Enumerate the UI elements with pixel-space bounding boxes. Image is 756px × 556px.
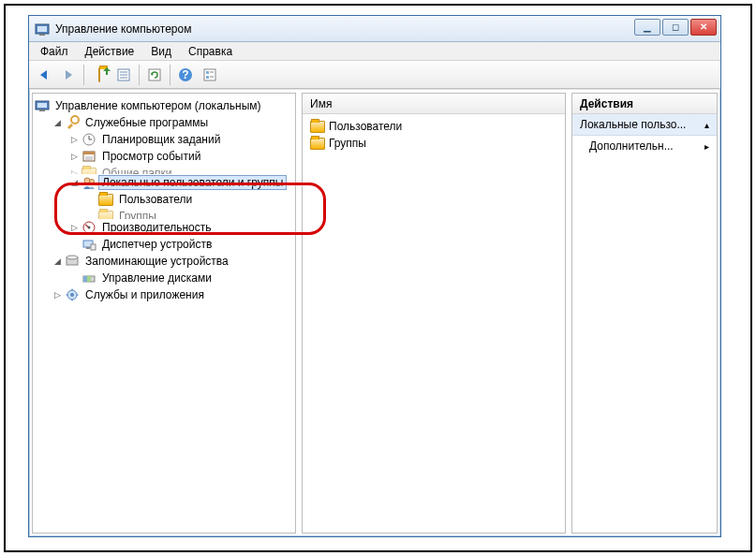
menubar: Файл Действие Вид Справка [29, 42, 720, 61]
close-icon: ✕ [700, 22, 707, 32]
tree-event-viewer[interactable]: ▷ Просмотр событий [35, 148, 293, 165]
svg-point-26 [84, 178, 90, 183]
event-viewer-icon [82, 149, 96, 164]
arrow-right-icon [61, 67, 76, 82]
tree-disk-management[interactable]: Управление дисками [35, 270, 293, 286]
toolbar-back-button[interactable] [33, 64, 55, 86]
expand-icon[interactable]: ▷ [68, 151, 80, 162]
svg-text:?: ? [182, 68, 188, 81]
expand-icon[interactable]: ▷ [52, 289, 63, 300]
menu-view[interactable]: Вид [143, 43, 179, 60]
svg-rect-37 [83, 276, 87, 282]
svg-rect-7 [149, 69, 160, 80]
titlebar[interactable]: Управление компьютером ▁ ◻ ✕ [29, 16, 720, 42]
collapse-icon[interactable]: ◢ [68, 177, 80, 188]
actions-panel: Действия Локальные пользо... ▴ Дополните… [571, 93, 718, 534]
tree-local-users-groups[interactable]: ◢ Локальные пользователи и группы [35, 174, 293, 191]
folder-icon [98, 209, 113, 219]
menu-help[interactable]: Справка [181, 43, 240, 60]
svg-point-40 [70, 293, 74, 297]
minimize-button[interactable]: ▁ [634, 19, 660, 36]
svg-rect-17 [39, 110, 45, 111]
column-header-name[interactable]: Имя [303, 94, 565, 114]
list-panel: Имя Пользователи Группы [302, 93, 566, 534]
tree-root[interactable]: Управление компьютером (локальным) [35, 97, 293, 114]
tree-panel[interactable]: Управление компьютером (локальным) ◢ Слу… [32, 93, 296, 534]
content-area: Управление компьютером (локальным) ◢ Слу… [29, 89, 720, 536]
tools-icon [65, 115, 80, 130]
actions-header: Действия [572, 94, 717, 114]
minimize-icon: ▁ [644, 22, 651, 32]
shared-folders-icon [82, 166, 96, 174]
svg-point-30 [88, 227, 91, 229]
svg-rect-38 [87, 276, 91, 282]
svg-rect-32 [86, 247, 90, 249]
actions-more[interactable]: Дополнительн... ▸ [572, 136, 717, 156]
tree-users[interactable]: Пользователи [35, 191, 293, 208]
tree-performance[interactable]: ▷ Производительность [35, 219, 293, 236]
maximize-icon: ◻ [672, 22, 679, 32]
tree-storage[interactable]: ◢ Запоминающие устройства [35, 253, 293, 270]
expand-icon[interactable]: ▷ [68, 134, 80, 145]
list-item-groups[interactable]: Группы [306, 135, 561, 152]
svg-point-35 [67, 256, 78, 259]
maximize-button[interactable]: ◻ [662, 19, 689, 36]
toolbar-refresh-button[interactable] [143, 64, 166, 86]
clock-icon [82, 132, 96, 147]
users-groups-icon [82, 175, 96, 190]
disk-management-icon [82, 271, 96, 285]
collapse-icon[interactable]: ◢ [52, 256, 63, 267]
folder-icon [310, 119, 325, 134]
close-button[interactable]: ✕ [690, 19, 717, 36]
collapse-icon[interactable]: ◢ [52, 117, 63, 128]
tree-shared-folders[interactable]: ▷ Общие папки [35, 165, 293, 174]
device-manager-icon [82, 237, 96, 252]
folder-icon [98, 192, 113, 207]
window-title: Управление компьютером [55, 22, 191, 36]
toolbar-up-button[interactable] [88, 64, 111, 86]
toolbar: ? [29, 61, 720, 89]
tree-task-scheduler[interactable]: ▷ Планировщик заданий [35, 131, 293, 148]
storage-icon [65, 254, 80, 269]
chevron-right-icon: ▸ [704, 141, 709, 152]
up-folder-icon [98, 68, 100, 81]
toolbar-help-button[interactable]: ? [174, 64, 197, 86]
svg-rect-16 [37, 103, 47, 108]
expand-icon[interactable]: ▷ [68, 222, 80, 233]
actions-section[interactable]: Локальные пользо... ▴ [572, 114, 717, 136]
toolbar-separator [139, 65, 140, 85]
svg-rect-1 [37, 26, 47, 32]
toolbar-properties-button[interactable] [112, 64, 135, 86]
computer-icon [35, 98, 50, 113]
tree-system-tools-label: Служебные программы [82, 115, 212, 130]
tree-root-label: Управление компьютером (локальным) [52, 98, 265, 113]
tree-services-apps[interactable]: ▷ Службы и приложения [35, 286, 293, 303]
svg-rect-33 [91, 244, 96, 250]
help-icon: ? [178, 67, 193, 82]
svg-rect-2 [39, 34, 45, 36]
list-item-users[interactable]: Пользователи [306, 118, 561, 135]
tree-device-manager[interactable]: Диспетчер устройств [35, 236, 293, 253]
computer-management-window: Управление компьютером ▁ ◻ ✕ Файл Действ… [28, 15, 721, 537]
chevron-up-icon: ▴ [704, 120, 709, 130]
menu-file[interactable]: Файл [33, 43, 76, 60]
toolbar-separator [83, 65, 84, 85]
arrow-left-icon [37, 67, 52, 82]
refresh-icon [147, 67, 162, 82]
toolbar-separator [170, 65, 170, 85]
menu-action[interactable]: Действие [78, 43, 142, 60]
svg-rect-12 [206, 76, 209, 79]
folder-icon [310, 136, 325, 151]
svg-rect-23 [83, 152, 95, 154]
svg-rect-11 [206, 71, 209, 74]
toolbar-export-button[interactable] [199, 64, 221, 86]
toolbar-forward-button[interactable] [57, 64, 80, 86]
export-list-icon [202, 67, 217, 82]
svg-rect-10 [204, 69, 215, 80]
tree-groups[interactable]: Группы [35, 208, 293, 219]
properties-icon [116, 67, 131, 82]
svg-point-27 [90, 180, 95, 184]
list-body[interactable]: Пользователи Группы [303, 114, 565, 533]
svg-point-18 [71, 116, 79, 124]
tree-system-tools[interactable]: ◢ Служебные программы [35, 114, 293, 131]
